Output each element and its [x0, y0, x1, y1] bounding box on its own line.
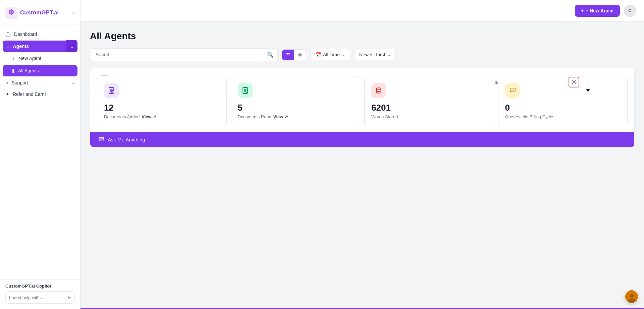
list-view-button[interactable]: ☷ [282, 50, 294, 60]
calendar-icon: 📅 [315, 52, 321, 57]
ask-me-anything-bar[interactable]: Ask Me Anything [90, 132, 634, 147]
sidebar-navigation: ◯ Dashboard ⌂ Agents ⌄ + New Agent ▮ All… [0, 24, 80, 279]
user-profile-avatar[interactable] [625, 290, 639, 304]
view-toggle: ☷ ⊠ [282, 49, 306, 60]
svg-point-20 [376, 88, 381, 90]
new-agent-btn-label: + New Agent [586, 8, 614, 13]
sidebar-item-new-agent[interactable]: + New Agent [0, 52, 80, 64]
page-title: All Agents [90, 31, 635, 42]
plus-icon: + [12, 55, 15, 61]
copilot-label: CustomGPT.ai Copilot [5, 284, 75, 289]
copilot-section: CustomGPT.ai Copilot ➤ [0, 279, 80, 309]
stat-words-label: Words Stored [371, 114, 487, 119]
new-agent-button[interactable]: + + New Agent [575, 5, 620, 17]
svg-point-1 [10, 11, 11, 13]
plus-icon: + [581, 8, 584, 13]
svg-point-23 [513, 90, 514, 90]
ask-bar-label: Ask Me Anything [108, 137, 145, 142]
stat-documents-read: 5 Documents Read View ↗ [231, 76, 361, 126]
page-content: All Agents 🔍 ☷ ⊠ 📅 All Time ⌄ Newest Fir… [80, 21, 644, 308]
documents-read-icon [241, 87, 249, 94]
stats-grid: 12 Documents Added View ↗ 5 Documents Re… [97, 76, 628, 126]
stat-words-number: 6201 [371, 103, 487, 113]
queries-icon [509, 87, 516, 94]
agents-toolbar: 🔍 ☷ ⊠ 📅 All Time ⌄ Newest First ⌄ [90, 48, 635, 61]
time-filter-chevron-icon: ⌄ [342, 52, 345, 57]
bottom-accent-bar [80, 308, 644, 309]
sidebar-all-agents-label: All Agents [18, 68, 39, 73]
search-input[interactable] [90, 48, 278, 61]
queries-icon-wrap [505, 83, 520, 98]
stat-words-stored: 6201 Words Stored [364, 76, 494, 126]
sort-filter-button[interactable]: Newest First ⌄ [354, 49, 396, 60]
sidebar-item-agents[interactable]: ⌂ Agents [3, 41, 66, 52]
sidebar-item-dashboard[interactable]: ◯ Dashboard [0, 28, 80, 40]
sidebar-new-agent-label: New Agent [18, 56, 41, 61]
stat-docs-added-number: 12 [104, 103, 220, 113]
copilot-input-wrap: ➤ [5, 291, 75, 304]
sort-chevron-icon: ⌄ [387, 52, 391, 57]
agent-card: AI Agent Ready Last Updated 1 Hour ago [90, 68, 635, 147]
copilot-input[interactable] [9, 295, 67, 300]
stat-queries-label: Queries this Billing Cycle [505, 114, 621, 119]
docs-added-view-link[interactable]: View ↗ [142, 114, 156, 119]
topbar: + + New Agent C [80, 0, 644, 21]
stat-queries-number: 0 [505, 103, 621, 113]
send-icon[interactable]: ➤ [67, 294, 71, 301]
ask-chat-icon [98, 136, 104, 142]
time-filter-button[interactable]: 📅 All Time ⌄ [310, 49, 350, 60]
sidebar-support-label: Support [11, 80, 28, 85]
documents-added-icon [108, 87, 115, 94]
user-avatar-button[interactable]: C [624, 5, 636, 17]
time-filter-label: All Time [323, 52, 340, 57]
support-chevron-icon: ⌄ [71, 80, 75, 85]
words-stored-icon [375, 87, 382, 94]
logo-icon [5, 7, 17, 19]
svg-point-2 [12, 11, 13, 13]
user-initial: C [628, 8, 631, 13]
svg-point-21 [511, 90, 512, 90]
support-icon: ○ [5, 80, 8, 85]
stat-queries: 0 Queries this Billing Cycle [498, 76, 628, 126]
stat-docs-read-number: 5 [238, 103, 354, 113]
documents-added-icon-wrap [104, 83, 119, 98]
svg-point-26 [628, 298, 636, 304]
sidebar-item-support[interactable]: ○ Support ⌄ [0, 77, 80, 88]
sidebar: CustomGPT.ai ○ ◯ Dashboard ⌂ Agents ⌄ + … [0, 0, 80, 309]
search-wrap: 🔍 [90, 48, 278, 61]
words-stored-icon-wrap [371, 83, 386, 98]
clock-icon[interactable]: ○ [71, 10, 75, 16]
sidebar-item-all-agents[interactable]: ▮ All Agents [3, 65, 77, 76]
agents-icon: ⌂ [7, 44, 9, 49]
main-content: + + New Agent C All Agents 🔍 ☷ ⊠ 📅 All T… [80, 0, 644, 309]
folder-icon: ▮ [12, 68, 15, 73]
sidebar-logo: CustomGPT.ai ○ [0, 0, 80, 24]
agents-chevron-icon[interactable]: ⌄ [66, 40, 77, 52]
stat-docs-read-label: Documents Read View ↗ [238, 114, 354, 119]
sidebar-refer-label: Refer and Earn! [13, 91, 46, 97]
sidebar-item-refer[interactable]: ✦ Refer and Earn! [0, 88, 80, 100]
sidebar-agents-label: Agents [13, 44, 29, 49]
stat-docs-added-label: Documents Added View ↗ [104, 114, 220, 119]
docs-read-view-link[interactable]: View ↗ [273, 114, 288, 119]
sort-filter-label: Newest First [359, 52, 385, 57]
search-icon[interactable]: 🔍 [267, 52, 274, 58]
documents-read-icon-wrap [238, 83, 253, 98]
refer-icon: ✦ [5, 91, 9, 97]
stat-documents-added: 12 Documents Added View ↗ [97, 76, 227, 126]
settings-icon[interactable] [569, 77, 579, 87]
dashboard-icon: ◯ [5, 32, 11, 37]
grid-view-button[interactable]: ⊠ [294, 50, 306, 60]
sidebar-item-agents-group: ⌂ Agents ⌄ [0, 40, 80, 52]
sidebar-dashboard-label: Dashboard [14, 32, 37, 37]
svg-point-12 [573, 81, 575, 83]
user-avatar-img [625, 290, 638, 304]
logo-text: CustomGPT.ai [20, 9, 59, 16]
svg-point-25 [630, 294, 634, 298]
svg-point-22 [512, 90, 513, 90]
